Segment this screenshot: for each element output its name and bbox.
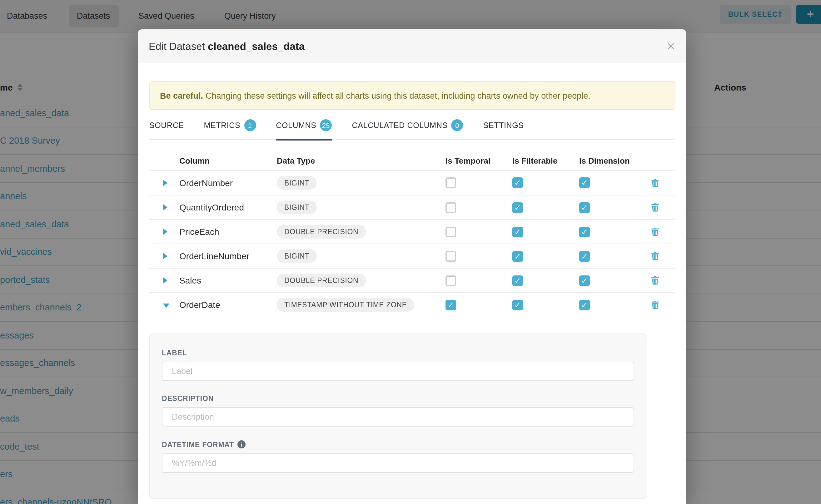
modal-body: Be careful. Changing these settings will…: [138, 81, 686, 499]
tab-source-label: SOURCE: [149, 121, 184, 130]
data-type-pill: BIGINT: [277, 200, 317, 214]
edit-dataset-modal: Edit Dataset cleaned_sales_data ✕ Be car…: [138, 29, 686, 504]
warning-text: Changing these settings will affect all …: [205, 91, 591, 100]
is-filterable-checkbox[interactable]: [512, 177, 523, 188]
is-dimension-checkbox[interactable]: [579, 299, 590, 310]
delete-column-icon[interactable]: [651, 178, 659, 187]
datetime-format-input[interactable]: [162, 453, 634, 473]
delete-column-icon[interactable]: [651, 300, 659, 309]
grid-header-is-temporal: Is Temporal: [446, 156, 512, 166]
calculated-columns-count-badge: 0: [452, 119, 463, 131]
modal-header: Edit Dataset cleaned_sales_data ✕: [138, 29, 686, 63]
grid-header-data-type: Data Type: [277, 156, 446, 166]
is-dimension-checkbox[interactable]: [579, 177, 590, 188]
datetime-format-field-label: DATETIME FORMAT i: [162, 440, 635, 448]
is-filterable-checkbox[interactable]: [512, 275, 523, 286]
column-row: OrderNumber BIGINT: [149, 170, 675, 195]
columns-count-badge: 25: [320, 119, 332, 131]
is-temporal-checkbox[interactable]: [446, 202, 456, 213]
columns-grid-header: Column Data Type Is Temporal Is Filterab…: [149, 152, 675, 170]
screen: Databases Datasets Saved Queries Query H…: [0, 0, 821, 504]
delete-column-icon[interactable]: [651, 203, 659, 212]
column-name: PriceEach: [179, 227, 277, 237]
modal-tabs: SOURCE METRICS 1 COLUMNS 25 CALCULATED C…: [149, 117, 675, 140]
columns-grid: Column Data Type Is Temporal Is Filterab…: [149, 152, 675, 317]
metrics-count-badge: 1: [244, 119, 256, 131]
tab-metrics-label: METRICS: [204, 121, 240, 130]
column-name: Sales: [179, 275, 277, 285]
tab-metrics[interactable]: METRICS 1: [204, 117, 256, 139]
column-detail-panel: LABEL DESCRIPTION DATETIME FORMAT i: [149, 334, 647, 499]
warning-banner: Be careful. Changing these settings will…: [149, 81, 675, 110]
expand-caret-icon[interactable]: [163, 277, 167, 284]
is-temporal-checkbox[interactable]: [446, 275, 456, 286]
column-name: OrderDate: [179, 300, 277, 310]
column-name: OrderNumber: [179, 178, 277, 188]
data-type-pill: BIGINT: [277, 249, 317, 263]
is-dimension-checkbox[interactable]: [579, 251, 590, 261]
column-name: QuantityOrdered: [179, 202, 277, 212]
column-row-expanded: OrderDate TIMESTAMP WITHOUT TIME ZONE: [149, 292, 675, 317]
modal-title-prefix: Edit Dataset: [149, 40, 205, 52]
data-type-pill: BIGINT: [277, 176, 317, 190]
tab-settings[interactable]: SETTINGS: [483, 117, 524, 139]
data-type-pill: DOUBLE PRECISION: [277, 274, 366, 287]
data-type-pill: TIMESTAMP WITHOUT TIME ZONE: [277, 298, 415, 312]
grid-header-column: Column: [179, 156, 277, 166]
is-temporal-checkbox[interactable]: [446, 177, 456, 188]
is-dimension-checkbox[interactable]: [579, 202, 590, 213]
expand-caret-icon[interactable]: [163, 204, 167, 210]
column-row: QuantityOrdered BIGINT: [149, 195, 675, 219]
tab-settings-label: SETTINGS: [483, 121, 524, 130]
is-temporal-checkbox[interactable]: [446, 299, 456, 310]
tab-columns[interactable]: COLUMNS 25: [276, 117, 332, 139]
expand-caret-icon[interactable]: [163, 180, 167, 186]
delete-column-icon[interactable]: [651, 276, 659, 285]
is-filterable-checkbox[interactable]: [512, 299, 523, 310]
is-filterable-checkbox[interactable]: [512, 251, 523, 261]
data-type-pill: DOUBLE PRECISION: [277, 225, 366, 239]
is-filterable-checkbox[interactable]: [512, 202, 523, 213]
column-name: OrderLineNumber: [179, 251, 277, 261]
is-temporal-checkbox[interactable]: [446, 251, 456, 261]
description-field-label: DESCRIPTION: [162, 395, 635, 402]
warning-bold: Be careful.: [160, 91, 203, 100]
tab-source[interactable]: SOURCE: [149, 117, 184, 139]
collapse-caret-icon[interactable]: [163, 303, 169, 308]
column-row: Sales DOUBLE PRECISION: [149, 268, 675, 292]
is-dimension-checkbox[interactable]: [579, 226, 590, 237]
info-icon[interactable]: i: [238, 440, 246, 448]
expand-caret-icon[interactable]: [163, 253, 167, 259]
label-field-label: LABEL: [162, 349, 635, 357]
label-input[interactable]: [162, 362, 634, 381]
description-input[interactable]: [162, 407, 634, 427]
tab-calculated-columns-label: CALCULATED COLUMNS: [352, 121, 448, 130]
close-icon[interactable]: ✕: [667, 41, 676, 52]
grid-header-is-filterable: Is Filterable: [512, 156, 579, 166]
modal-title-dataset-name: cleaned_sales_data: [208, 40, 304, 52]
grid-header-is-dimension: Is Dimension: [579, 156, 651, 166]
delete-column-icon[interactable]: [651, 227, 659, 236]
column-row: PriceEach DOUBLE PRECISION: [149, 219, 675, 244]
is-filterable-checkbox[interactable]: [512, 226, 523, 237]
is-dimension-checkbox[interactable]: [579, 275, 590, 286]
is-temporal-checkbox[interactable]: [446, 226, 456, 237]
delete-column-icon[interactable]: [651, 252, 659, 260]
modal-title: Edit Dataset cleaned_sales_data: [149, 40, 304, 52]
tab-calculated-columns[interactable]: CALCULATED COLUMNS 0: [352, 117, 463, 139]
column-row: OrderLineNumber BIGINT: [149, 244, 675, 268]
tab-columns-label: COLUMNS: [276, 121, 316, 130]
expand-caret-icon[interactable]: [163, 229, 167, 235]
